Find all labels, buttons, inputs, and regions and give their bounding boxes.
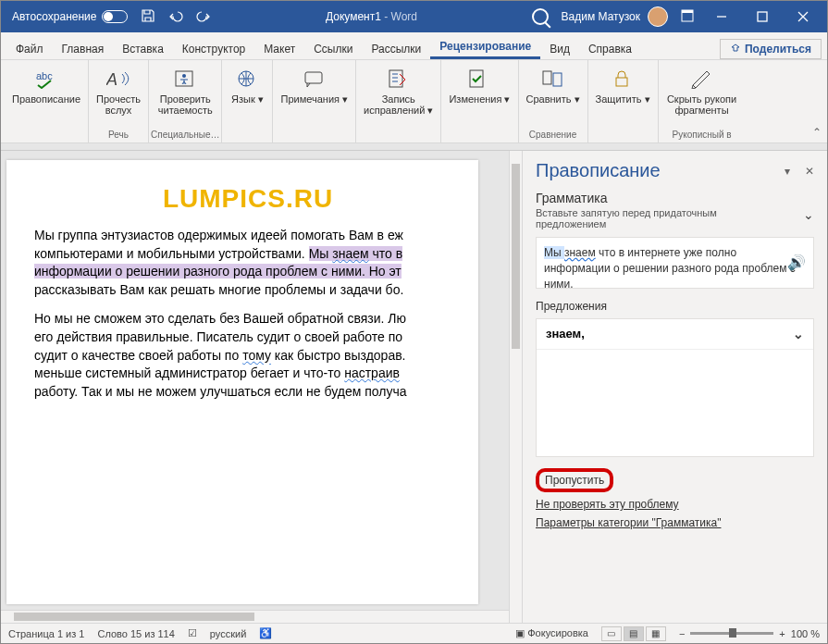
ink-button[interactable]: Скрыть рукопи фрагменты <box>661 64 744 130</box>
user-block[interactable]: Вадим Матузок <box>562 6 668 27</box>
svg-rect-15 <box>553 73 562 86</box>
ribbon-display-icon[interactable] <box>681 9 694 25</box>
comments-icon <box>302 66 327 92</box>
share-button[interactable]: Поделиться <box>720 39 822 59</box>
svg-text:abc: abc <box>36 70 53 81</box>
web-layout-button[interactable]: ▦ <box>646 626 666 641</box>
status-accessibility-icon[interactable]: ♿ <box>259 627 272 639</box>
read-mode-button[interactable]: ▭ <box>601 626 622 641</box>
grammar-options-link[interactable]: Параметры категории "Грамматика" <box>536 516 814 529</box>
focus-mode[interactable]: ▣ Фокусировка <box>515 627 588 639</box>
zoom-slider[interactable] <box>690 632 773 635</box>
statusbar: Страница 1 из 1 Слово 15 из 114 ☑ русски… <box>1 623 827 643</box>
tab-mailings[interactable]: Рассылки <box>362 37 430 59</box>
suggestions-box: знаем, ⌄ <box>536 318 814 457</box>
group-ink: Рукописный в <box>673 130 732 141</box>
tab-insert[interactable]: Вставка <box>113 37 173 59</box>
tab-design[interactable]: Конструктор <box>173 37 254 59</box>
status-words[interactable]: Слово 15 из 114 <box>97 628 174 639</box>
spelling-button[interactable]: abc Правописание <box>6 64 86 130</box>
collapse-ribbon-icon[interactable]: ⌃ <box>812 126 822 139</box>
ruler <box>1 143 827 151</box>
suggestion-item[interactable]: знаем, ⌄ <box>537 319 813 350</box>
user-name: Вадим Матузок <box>562 10 640 23</box>
autosave-label: Автосохранение <box>12 10 96 23</box>
zoom-in-button[interactable]: + <box>779 628 785 639</box>
panel-title: Правописание <box>536 160 661 181</box>
tab-file[interactable]: Файл <box>6 37 53 59</box>
ribbon: abc Правописание A Прочесть вслух Речь П… <box>1 60 827 143</box>
toggle-icon <box>102 10 128 23</box>
tab-review[interactable]: Рецензирование <box>430 34 540 59</box>
window-controls <box>701 1 823 32</box>
status-proofing-icon[interactable]: ☑ <box>188 627 197 639</box>
close-button[interactable] <box>783 1 823 32</box>
undo-icon[interactable] <box>168 8 183 26</box>
tab-help[interactable]: Справка <box>579 37 641 59</box>
panel-close-icon[interactable]: ✕ <box>805 165 814 178</box>
tab-view[interactable]: Вид <box>540 37 579 59</box>
print-layout-button[interactable]: ▤ <box>624 626 644 641</box>
chevron-down-icon[interactable]: ⌄ <box>793 327 804 341</box>
ink-icon <box>689 66 715 92</box>
save-icon[interactable] <box>141 8 155 26</box>
group-compare: Сравнение <box>529 130 576 141</box>
chevron-down-icon[interactable]: ⌄ <box>803 207 814 229</box>
group-accessibility: Специальные… <box>151 130 219 141</box>
vertical-scrollbar[interactable] <box>509 151 522 623</box>
status-language[interactable]: русский <box>210 628 246 639</box>
view-buttons: ▭ ▤ ▦ <box>601 626 666 641</box>
quick-access-toolbar <box>141 8 211 26</box>
avatar <box>648 6 668 27</box>
status-page[interactable]: Страница 1 из 1 <box>8 628 84 639</box>
spelling-icon: abc <box>33 66 59 92</box>
compare-button[interactable]: Сравнить ▾ <box>521 64 586 130</box>
svg-rect-14 <box>543 71 551 84</box>
horizontal-scrollbar[interactable] <box>1 610 509 623</box>
protect-icon <box>610 66 636 92</box>
search-icon[interactable] <box>532 8 549 25</box>
svg-rect-13 <box>470 70 483 87</box>
spelling-panel: Правописание ▾ ✕ Грамматика Вставьте зап… <box>522 151 827 623</box>
tab-home[interactable]: Главная <box>53 37 114 59</box>
svg-rect-3 <box>758 12 767 21</box>
page: LUMPICS.RU Мы группа энтузиастов одержим… <box>6 160 478 604</box>
context-box: Мы знаем что в интернете уже полно инфор… <box>536 237 814 289</box>
compare-icon <box>540 66 566 92</box>
minimize-button[interactable] <box>701 1 742 32</box>
speaker-icon[interactable]: 🔊 <box>787 253 806 273</box>
skip-link[interactable]: Пропустить <box>536 468 814 492</box>
svg-rect-16 <box>616 78 627 86</box>
dont-check-link[interactable]: Не проверять эту проблему <box>536 498 814 511</box>
panel-links: Пропустить Не проверять эту проблему Пар… <box>536 468 814 535</box>
zoom-out-button[interactable]: − <box>679 628 685 639</box>
app-name: - Word <box>381 10 417 23</box>
tab-references[interactable]: Ссылки <box>304 37 362 59</box>
tracking-button[interactable]: Запись исправлений ▾ <box>358 64 439 130</box>
panel-menu-icon[interactable]: ▾ <box>785 165 790 178</box>
comments-button[interactable]: Примечания ▾ <box>275 64 353 130</box>
svg-point-9 <box>182 74 186 78</box>
ribbon-tabs: Файл Главная Вставка Конструктор Макет С… <box>1 32 827 60</box>
suggestions-label: Предложения <box>536 300 814 313</box>
changes-button[interactable]: Изменения ▾ <box>443 64 515 130</box>
svg-rect-1 <box>682 10 693 13</box>
svg-rect-11 <box>305 72 322 83</box>
language-button[interactable]: Язык ▾ <box>224 64 270 130</box>
paragraph-2: Но мы не сможем это сделать без Вашей об… <box>34 310 462 401</box>
panel-hint: Вставьте запятую перед придаточным предл… <box>536 207 776 229</box>
read-aloud-icon: A <box>105 66 131 92</box>
autosave-toggle[interactable]: Автосохранение <box>12 10 128 23</box>
tab-layout[interactable]: Макет <box>254 37 304 59</box>
accessibility-button[interactable]: Проверить читаемость <box>153 64 218 130</box>
tracking-icon <box>386 66 412 92</box>
watermark-logo: LUMPICS.RU <box>34 184 462 214</box>
redo-icon[interactable] <box>196 8 211 26</box>
document-area[interactable]: LUMPICS.RU Мы группа энтузиастов одержим… <box>1 151 509 623</box>
protect-button[interactable]: Защитить ▾ <box>590 64 656 130</box>
maximize-button[interactable] <box>742 1 783 32</box>
read-aloud-button[interactable]: A Прочесть вслух <box>91 64 146 130</box>
zoom-level[interactable]: 100 % <box>791 628 820 639</box>
zoom-control: − + 100 % <box>679 628 820 639</box>
svg-text:A: A <box>106 70 117 89</box>
